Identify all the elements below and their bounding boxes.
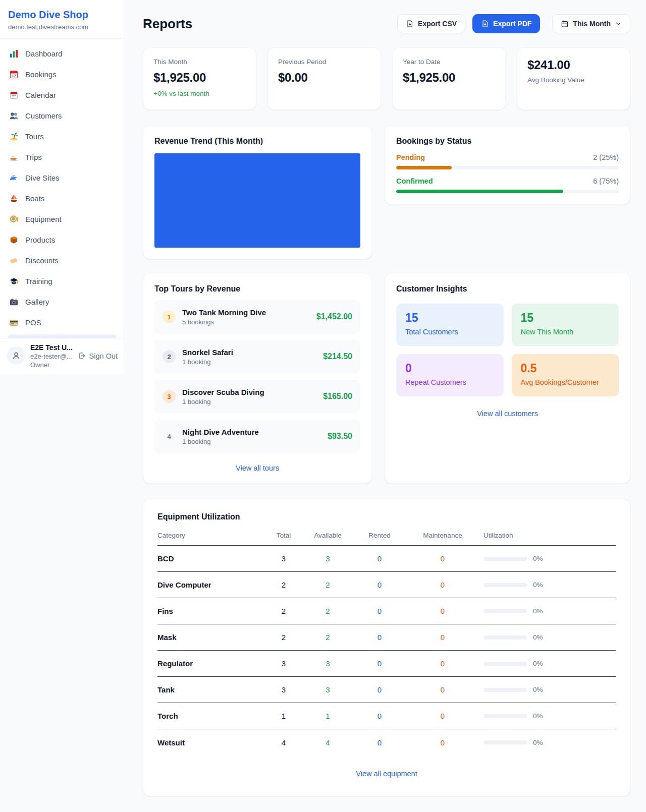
period-label: This Month [573, 20, 611, 28]
utilization-percent: 0% [533, 712, 543, 720]
available-value: 3 [306, 685, 349, 694]
user-email: e2e-tester@... [30, 353, 73, 360]
tile-label: Total Customers [405, 328, 495, 336]
export-pdf-label: Export PDF [493, 20, 531, 28]
equipment-category: Wetsuit [157, 738, 261, 747]
sidebar-nav: Dashboard 17 Bookings Calendar Customers… [0, 39, 125, 332]
table-row: Dive Computer 2 2 0 0 0% [157, 572, 616, 598]
calendar-date-icon: 17 [9, 70, 19, 79]
rented-value: 0 [349, 659, 410, 668]
equipment-utilization-card: Equipment Utilization Category Total Ava… [143, 499, 630, 796]
stat-value: $241.00 [527, 58, 620, 72]
stat-value: $0.00 [278, 71, 370, 85]
calendar-icon [561, 20, 569, 28]
tile-value: 15 [405, 311, 495, 325]
status-progress-track [396, 190, 619, 193]
tile-value: 0.5 [521, 362, 610, 375]
tours-insights-row: Top Tours by Revenue 1 Two Tank Morning … [143, 273, 630, 484]
total-value: 2 [261, 633, 306, 642]
customer-insights-card: Customer Insights 15 Total Customers 15 … [385, 273, 630, 484]
stat-label: Previous Period [278, 58, 370, 66]
sidebar-item-products[interactable]: Products [4, 230, 121, 250]
rented-value: 0 [349, 712, 410, 720]
export-csv-button[interactable]: Export CSV [397, 14, 465, 33]
sidebar-item-label: Gallery [25, 298, 49, 306]
sidebar-item-dashboard[interactable]: Dashboard [4, 44, 121, 64]
sidebar-item-calendar[interactable]: Calendar [4, 85, 121, 105]
utilization-percent: 0% [533, 607, 543, 615]
sidebar-header: Demo Dive Shop demo.test.divestreams.com [0, 0, 125, 39]
bar-chart-icon [9, 49, 19, 59]
total-value: 3 [261, 659, 306, 668]
tile-avg-bookings-customer: 0.5 Avg Bookings/Customer [512, 354, 619, 396]
file-download-icon [406, 20, 414, 28]
sidebar-active-item-partial[interactable] [8, 334, 117, 338]
col-total: Total [261, 532, 306, 539]
view-all-equipment-link[interactable]: View all equipment [157, 770, 616, 778]
tour-amount: $165.00 [323, 392, 352, 401]
table-row: Tank 3 3 0 0 0% [157, 677, 616, 703]
sidebar-item-label: Calendar [25, 91, 56, 99]
utilization-cell: 0% [475, 712, 616, 720]
sidebar-item-dive-sites[interactable]: Dive Sites [4, 168, 121, 188]
sidebar-item-discounts[interactable]: Discounts [4, 251, 121, 270]
status-count: 6 (75%) [593, 177, 619, 185]
view-all-tours-link[interactable]: View all tours [154, 464, 360, 472]
sidebar-item-trips[interactable]: Trips [4, 147, 121, 167]
shop-name: Demo Dive Shop [8, 9, 117, 21]
header-actions: Export CSV Export PDF This Month [397, 14, 630, 33]
utilization-bar [483, 662, 527, 666]
sidebar-item-boats[interactable]: Boats [4, 189, 121, 208]
maintenance-value: 0 [410, 581, 475, 589]
total-value: 3 [261, 554, 306, 563]
sign-out-button[interactable]: Sign Out [78, 352, 118, 360]
sidebar-item-pos[interactable]: POS [4, 313, 121, 332]
tile-repeat-customers: 0 Repeat Customers [396, 354, 504, 396]
tour-amount: $214.50 [323, 352, 352, 361]
utilization-cell: 0% [475, 739, 616, 746]
tour-row: 2 Snorkel Safari 1 booking $214.50 [154, 340, 360, 373]
sidebar-item-gallery[interactable]: Gallery [4, 292, 121, 312]
available-value: 2 [306, 633, 349, 642]
maintenance-value: 0 [410, 712, 475, 720]
chevron-down-icon [615, 20, 622, 27]
rented-value: 0 [349, 633, 410, 642]
equipment-category: Regulator [157, 659, 261, 668]
table-row: Fins 2 2 0 0 0% [157, 598, 616, 624]
user-role: Owner [30, 361, 73, 369]
view-all-customers-link[interactable]: View all customers [396, 410, 619, 418]
table-row: Regulator 3 3 0 0 0% [157, 651, 616, 677]
stat-value: $1,925.00 [403, 71, 495, 85]
available-value: 4 [306, 738, 349, 747]
utilization-percent: 0% [533, 581, 543, 589]
utilization-cell: 0% [475, 555, 616, 562]
sidebar-item-label: Trips [25, 153, 42, 161]
tour-amount: $93.50 [328, 432, 352, 441]
sidebar-item-bookings[interactable]: 17 Bookings [4, 65, 121, 84]
page: Demo Dive Shop demo.test.divestreams.com… [0, 0, 646, 812]
sidebar-item-training[interactable]: Training [4, 271, 121, 291]
period-select[interactable]: This Month [552, 14, 630, 33]
sidebar-item-label: Dive Sites [25, 173, 60, 182]
utilization-cell: 0% [475, 633, 616, 641]
sidebar-item-label: Tours [25, 132, 44, 141]
file-download-icon [481, 20, 489, 28]
export-pdf-button[interactable]: Export PDF [472, 14, 540, 33]
total-value: 3 [261, 685, 306, 694]
rank-badge: 1 [163, 310, 176, 323]
col-rented: Rented [349, 532, 410, 539]
sidebar-item-equipment[interactable]: Equipment [4, 209, 121, 229]
sidebar-item-tours[interactable]: Tours [4, 127, 121, 146]
col-available: Available [306, 532, 349, 539]
utilization-percent: 0% [533, 633, 543, 641]
equipment-category: BCD [157, 554, 261, 563]
sidebar-item-label: Customers [25, 111, 62, 120]
status-progress-track [396, 166, 619, 169]
sidebar-item-customers[interactable]: Customers [4, 106, 121, 126]
status-label: Pending [396, 153, 425, 161]
tour-bookings: 5 bookings [182, 318, 266, 326]
utilization-cell: 0% [475, 660, 616, 667]
tile-total-customers: 15 Total Customers [396, 304, 504, 346]
revenue-trend-title: Revenue Trend (This Month) [154, 137, 360, 146]
rented-value: 0 [349, 607, 410, 615]
